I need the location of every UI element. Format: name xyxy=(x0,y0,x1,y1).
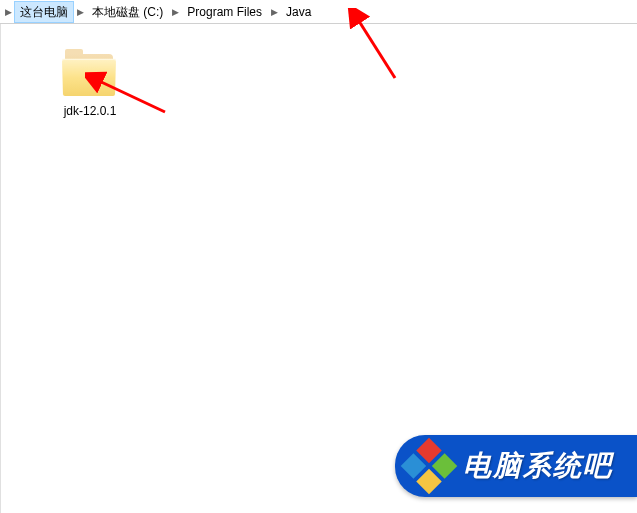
chevron-right-icon[interactable]: ▶ xyxy=(268,1,280,23)
watermark-text: 电脑系统吧 xyxy=(463,447,613,485)
breadcrumb-java[interactable]: Java xyxy=(280,1,317,23)
chevron-right-icon[interactable]: ▶ xyxy=(169,1,181,23)
breadcrumb-program-files[interactable]: Program Files xyxy=(181,1,268,23)
watermark-logo-icon xyxy=(401,438,458,495)
breadcrumb-bar: ▶ 这台电脑 ▶ 本地磁盘 (C:) ▶ Program Files ▶ Jav… xyxy=(0,0,637,24)
breadcrumb-this-pc[interactable]: 这台电脑 xyxy=(14,1,74,23)
watermark-badge: 电脑系统吧 xyxy=(395,435,637,497)
folder-label: jdk-12.0.1 xyxy=(64,104,117,118)
folder-jdk[interactable]: jdk-12.0.1 xyxy=(50,54,130,118)
breadcrumb-drive-c[interactable]: 本地磁盘 (C:) xyxy=(86,1,169,23)
chevron-right-icon[interactable]: ▶ xyxy=(74,1,86,23)
folder-icon xyxy=(63,54,117,98)
chevron-right-icon[interactable]: ▶ xyxy=(2,1,14,23)
